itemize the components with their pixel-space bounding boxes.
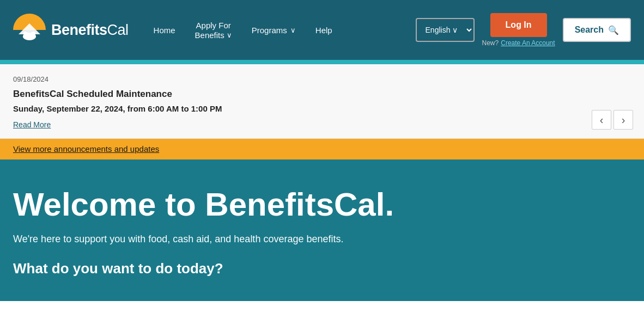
- view-updates-link[interactable]: View more announcements and updates: [13, 144, 159, 154]
- nav-home[interactable]: Home: [144, 0, 185, 60]
- search-icon: 🔍: [608, 25, 619, 35]
- arrow-left-icon: ‹: [600, 114, 604, 126]
- read-more-link[interactable]: Read More: [13, 120, 51, 129]
- arrow-right-icon: ›: [622, 114, 625, 126]
- nav-help[interactable]: Help: [306, 0, 342, 60]
- create-account-link[interactable]: Create An Account: [501, 39, 555, 47]
- login-area: Log In New? Create An Account: [482, 13, 555, 47]
- logo-link[interactable]: BenefitsCal: [13, 14, 129, 46]
- hero-subtitle: We're here to support you with food, cas…: [13, 234, 631, 245]
- apply-chevron-icon: ∨: [227, 31, 232, 39]
- svg-point-7: [32, 32, 35, 35]
- announcement-nav-arrows: ‹ ›: [592, 110, 633, 130]
- navbar: BenefitsCal Home Apply For Benefits ∨ Pr…: [0, 0, 644, 60]
- hero-title: Welcome to BenefitsCal.: [13, 187, 631, 223]
- nav-apply[interactable]: Apply For Benefits ∨: [185, 0, 242, 60]
- hero-section: Welcome to BenefitsCal. We're here to su…: [0, 160, 644, 301]
- login-button[interactable]: Log In: [490, 13, 547, 37]
- announcement-title: BenefitsCal Scheduled Maintenance: [13, 89, 631, 100]
- programs-chevron-icon: ∨: [290, 26, 296, 34]
- new-account-area: New? Create An Account: [482, 39, 555, 47]
- next-announcement-button[interactable]: ›: [613, 110, 633, 130]
- brand-cal: Cal: [107, 22, 129, 38]
- announcement-date: 09/18/2024: [13, 75, 631, 83]
- updates-bar: View more announcements and updates: [0, 139, 644, 160]
- nav-programs[interactable]: Programs ∨: [242, 0, 306, 60]
- search-button[interactable]: Search 🔍: [563, 18, 631, 42]
- svg-point-6: [23, 32, 27, 35]
- teal-stripe: [0, 60, 644, 64]
- hero-question: What do you want to do today?: [13, 260, 631, 277]
- announcement-banner: 09/18/2024 BenefitsCal Scheduled Mainten…: [0, 64, 644, 139]
- announcement-subtitle: Sunday, September 22, 2024, from 6:00 AM…: [13, 104, 631, 113]
- language-select[interactable]: English ∨: [416, 18, 475, 42]
- new-label: New?: [482, 39, 499, 47]
- prev-announcement-button[interactable]: ‹: [592, 110, 611, 130]
- nav-right: English ∨ Log In New? Create An Account …: [416, 13, 631, 47]
- brand-name: BenefitsCal: [51, 22, 129, 39]
- logo-icon: [13, 14, 46, 46]
